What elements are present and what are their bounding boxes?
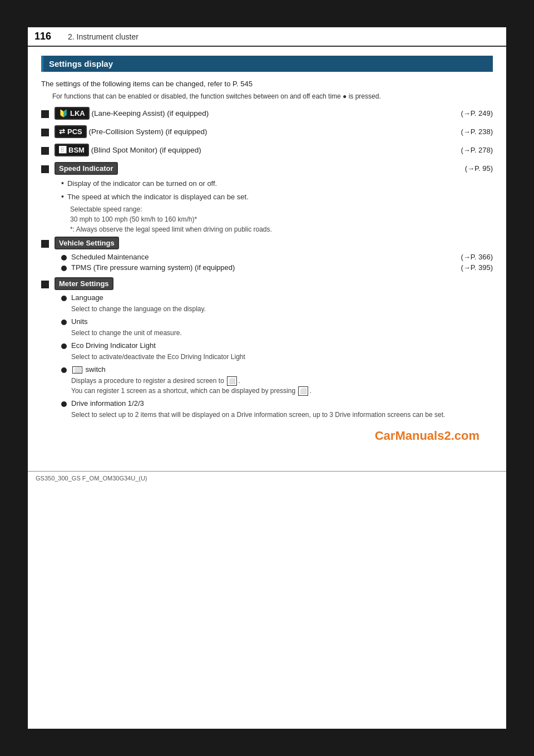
meter-settings-row: Meter Settings xyxy=(41,277,493,290)
square-bullet-pcs xyxy=(41,129,49,136)
drive-info-row: Drive information 1/2/3 xyxy=(61,399,493,408)
drive-info-label: Drive information 1/2/3 xyxy=(71,399,493,408)
bsm-badge-text: BSM xyxy=(68,146,85,154)
page: 116 2. Instrument cluster Settings displ… xyxy=(28,27,506,729)
vehicle-badge: Vehicle Settings xyxy=(55,237,119,249)
speed-badge-text: Speed Indicator xyxy=(59,164,113,173)
language-desc: Select to change the language on the dis… xyxy=(71,304,493,314)
square-bullet-speed xyxy=(41,165,49,173)
switch-icon: ⬜ xyxy=(72,366,82,374)
units-desc: Select to change the unit of measure. xyxy=(71,328,493,338)
units-label: Units xyxy=(71,317,493,326)
drive-info-desc: Select to select up to 2 items that will… xyxy=(71,410,493,420)
scheduled-maintenance-ref: (→P. 366) xyxy=(461,253,493,261)
speed-bullet-1: • Display of the indicator can be turned… xyxy=(61,178,493,189)
scheduled-maintenance-label: Scheduled Maintenance xyxy=(71,253,455,261)
square-bullet-vehicle xyxy=(41,240,49,248)
bsm-badge: 🅱 BSM xyxy=(55,144,89,156)
square-bullet-bsm xyxy=(41,147,49,155)
tpms-row: TPMS (Tire pressure warning system) (if … xyxy=(61,263,493,272)
circle-bullet-2 xyxy=(61,266,67,271)
speed-badge: Speed Indicator xyxy=(55,162,118,175)
switch-icon-inline2: ⬜ xyxy=(298,386,308,396)
bsm-badge-icon: 🅱 xyxy=(59,146,66,154)
language-row: Language xyxy=(61,293,493,302)
lka-badge-text: LKA xyxy=(70,109,85,117)
intro-sub: For functions that can be enabled or dis… xyxy=(52,91,493,101)
units-row: Units xyxy=(61,317,493,326)
lka-badge-icon: 🔰 xyxy=(59,109,68,117)
meter-badge: Meter Settings xyxy=(55,277,113,290)
chapter-title: 2. Instrument cluster xyxy=(68,32,139,41)
bsm-item-row: 🅱 BSM (Blind Spot Monitor) (if equipped)… xyxy=(41,144,493,156)
pcs-item-row: ⇄ PCS (Pre-Collision System) (if equippe… xyxy=(41,125,493,138)
speed-bullet-2: • The speed at which the indicator is di… xyxy=(61,192,493,203)
circle-bullet-units xyxy=(61,320,67,325)
lka-item-row: 🔰 LKA (Lane-Keeping Assist) (if equipped… xyxy=(41,107,493,120)
bullet-dot-1: • xyxy=(61,179,64,188)
vehicle-badge-text: Vehicle Settings xyxy=(59,239,115,247)
bullet-dot-2: • xyxy=(61,192,64,201)
speed-indicator-row: Speed Indicator (→P. 95) xyxy=(41,162,493,175)
watermark: CarManuals2.com xyxy=(41,423,493,449)
switch-desc: Displays a procedure to register a desir… xyxy=(71,376,493,396)
meter-badge-text: Meter Settings xyxy=(59,279,109,288)
vehicle-settings-row: Vehicle Settings xyxy=(41,237,493,249)
speed-note: Selectable speed range: 30 mph to 100 mp… xyxy=(70,204,493,234)
lka-badge: 🔰 LKA xyxy=(55,107,90,120)
circle-bullet-eco xyxy=(61,343,67,349)
tpms-label: TPMS (Tire pressure warning system) (if … xyxy=(71,263,455,272)
speed-bullet-text-2: The speed at which the indicator is disp… xyxy=(67,192,493,203)
footer: GS350_300_GS F_OM_OM30G34U_(U) xyxy=(28,471,506,485)
header-bar: 116 2. Instrument cluster xyxy=(28,27,506,47)
switch-icon-inline1: ⬜ xyxy=(227,376,237,386)
lka-ref: (→P. 249) xyxy=(461,109,493,117)
circle-bullet-drive xyxy=(61,401,67,407)
bsm-label: (Blind Spot Monitor) (if equipped) xyxy=(89,146,456,154)
eco-driving-desc: Select to activate/deactivate the Eco Dr… xyxy=(71,352,493,362)
square-bullet-meter xyxy=(41,281,49,288)
lka-label: (Lane-Keeping Assist) (if equipped) xyxy=(90,109,456,117)
eco-driving-row: Eco Driving Indicator Light xyxy=(61,341,493,350)
switch-row: ⬜ switch xyxy=(61,365,493,374)
section-title: Settings display xyxy=(41,56,493,72)
pcs-badge: ⇄ PCS xyxy=(55,125,87,138)
page-number: 116 xyxy=(34,31,57,42)
eco-driving-label: Eco Driving Indicator Light xyxy=(71,341,493,350)
circle-bullet-switch xyxy=(61,367,67,373)
speed-ref: (→P. 95) xyxy=(465,164,493,173)
square-bullet-lka xyxy=(41,110,49,118)
pcs-label: (Pre-Collision System) (if equipped) xyxy=(87,127,456,136)
intro-main: The settings of the following items can … xyxy=(41,80,493,88)
content-area: Settings display The settings of the fol… xyxy=(28,47,506,460)
pcs-badge-icon: ⇄ xyxy=(59,127,65,136)
circle-bullet-1 xyxy=(61,255,67,261)
scheduled-maintenance-row: Scheduled Maintenance (→P. 366) xyxy=(61,253,493,261)
pcs-ref: (→P. 238) xyxy=(461,127,493,136)
pcs-badge-text: PCS xyxy=(67,127,82,136)
circle-bullet-lang xyxy=(61,296,67,301)
tpms-ref: (→P. 395) xyxy=(461,263,493,272)
speed-bullet-text-1: Display of the indicator can be turned o… xyxy=(67,178,493,189)
language-label: Language xyxy=(71,293,493,302)
switch-label: ⬜ switch xyxy=(71,365,493,374)
bsm-ref: (→P. 278) xyxy=(461,146,493,154)
